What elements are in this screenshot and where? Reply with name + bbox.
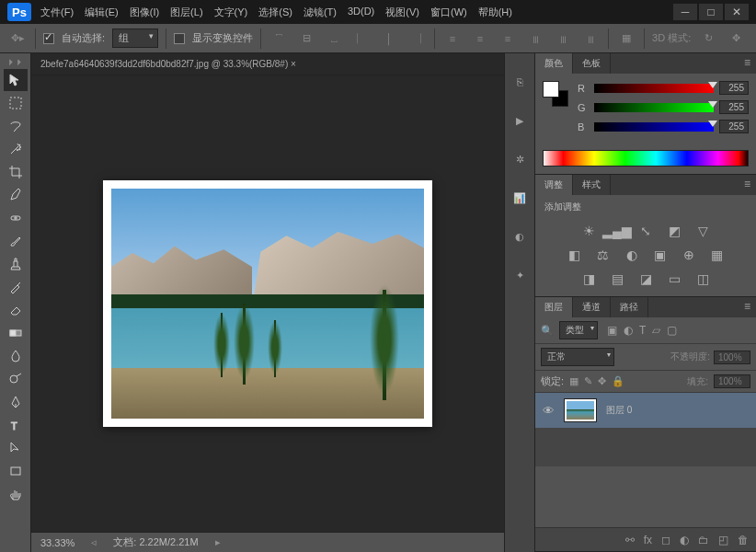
foreground-color-swatch[interactable]: [543, 81, 559, 98]
mode-3d-pan-icon[interactable]: ✥: [726, 29, 746, 49]
levels-icon[interactable]: ▂▄▆: [608, 223, 626, 239]
r-value-input[interactable]: 255: [719, 81, 749, 95]
layer-filter-kind-select[interactable]: 类型: [559, 321, 598, 339]
lasso-tool[interactable]: [4, 115, 28, 137]
eyedropper-tool[interactable]: [4, 184, 28, 206]
menu-help[interactable]: 帮助(H): [478, 6, 512, 19]
vibrance-icon[interactable]: ▽: [693, 223, 712, 239]
b-value-input[interactable]: 255: [719, 120, 749, 133]
rectangle-tool[interactable]: [4, 460, 28, 482]
curves-icon[interactable]: ⤡: [636, 223, 655, 239]
filter-adjustment-icon[interactable]: ◐: [624, 324, 633, 337]
document-canvas[interactable]: [103, 180, 432, 427]
menu-select[interactable]: 选择(S): [258, 6, 292, 19]
posterize-icon[interactable]: ▤: [608, 270, 626, 287]
type-tool[interactable]: T: [4, 414, 28, 436]
align-right-icon[interactable]: ⎹: [407, 29, 427, 49]
collapse-handle-icon[interactable]: ⏵⏵: [7, 57, 24, 66]
pen-tool[interactable]: [4, 391, 28, 413]
g-slider[interactable]: [594, 103, 714, 112]
layer-name-label[interactable]: 图层 0: [606, 404, 632, 417]
new-layer-icon[interactable]: ◰: [718, 534, 728, 546]
lock-all-icon[interactable]: 🔒: [612, 375, 624, 387]
show-transform-checkbox[interactable]: [174, 33, 185, 44]
color-balance-icon[interactable]: ⚖: [594, 247, 613, 263]
navigator-panel-icon[interactable]: ✲: [510, 149, 530, 169]
exposure-icon[interactable]: ◩: [665, 223, 683, 239]
invert-icon[interactable]: ◨: [579, 270, 598, 287]
mode-3d-rotate-icon[interactable]: ↻: [698, 29, 718, 49]
hue-saturation-icon[interactable]: ◧: [566, 247, 584, 263]
move-tool-preset-icon[interactable]: ✥▸: [7, 29, 28, 49]
lock-position-icon[interactable]: ✥: [598, 375, 606, 387]
new-fill-adjustment-icon[interactable]: ◐: [680, 534, 689, 546]
menu-layer[interactable]: 图层(L): [170, 6, 202, 19]
brightness-contrast-icon[interactable]: ☀: [579, 223, 598, 239]
align-hcenter-icon[interactable]: │: [379, 29, 399, 49]
zoom-level[interactable]: 33.33%: [40, 537, 74, 548]
lock-pixels-icon[interactable]: ✎: [584, 375, 592, 387]
auto-align-icon[interactable]: ▦: [616, 29, 636, 49]
window-close-button[interactable]: ✕: [725, 4, 749, 20]
distribute-hcenter-icon[interactable]: ⫼: [553, 29, 573, 49]
auto-select-target-select[interactable]: 组: [112, 29, 158, 48]
menu-view[interactable]: 视图(V): [385, 6, 419, 19]
gradient-map-icon[interactable]: ▭: [665, 270, 683, 287]
distribute-vcenter-icon[interactable]: ≡: [470, 29, 490, 49]
filter-shape-icon[interactable]: ▱: [652, 324, 660, 337]
r-slider[interactable]: [594, 84, 714, 93]
new-group-icon[interactable]: 🗀: [698, 534, 709, 546]
fill-input[interactable]: 100%: [714, 374, 750, 388]
brush-tool[interactable]: [4, 230, 28, 252]
magic-wand-tool[interactable]: [4, 138, 28, 160]
menu-file[interactable]: 文件(F): [40, 6, 74, 19]
color-lookup-icon[interactable]: ▦: [708, 247, 727, 263]
window-maximize-button[interactable]: □: [699, 4, 723, 20]
tab-color[interactable]: 颜色: [535, 53, 573, 74]
zoom-slider-icon[interactable]: ◃: [91, 536, 97, 548]
histogram-panel-icon[interactable]: 📊: [510, 188, 530, 208]
layer-thumbnail[interactable]: [564, 398, 597, 422]
history-panel-icon[interactable]: ⎘: [510, 72, 530, 92]
tab-channels[interactable]: 通道: [573, 297, 611, 317]
doc-size-info[interactable]: 文档: 2.22M/2.21M: [113, 535, 198, 549]
filter-search-icon[interactable]: 🔍: [541, 325, 554, 337]
layer-style-icon[interactable]: fx: [644, 534, 652, 546]
properties-panel-icon[interactable]: ◐: [510, 226, 530, 247]
actions-panel-icon[interactable]: ▶: [510, 110, 530, 131]
filter-smart-icon[interactable]: ▢: [667, 324, 677, 337]
layer-mask-icon[interactable]: ◻: [661, 534, 670, 546]
window-minimize-button[interactable]: ─: [673, 4, 697, 20]
eraser-tool[interactable]: [4, 299, 28, 321]
lock-transparency-icon[interactable]: ▦: [569, 375, 578, 387]
menu-image[interactable]: 图像(I): [130, 6, 159, 19]
filter-type-icon[interactable]: T: [639, 324, 646, 337]
align-bottom-icon[interactable]: ⎵: [324, 29, 344, 49]
tab-layers[interactable]: 图层: [535, 297, 573, 317]
tab-adjustments[interactable]: 调整: [535, 175, 573, 195]
align-left-icon[interactable]: ⎸: [351, 29, 372, 49]
marquee-tool[interactable]: [4, 92, 28, 114]
threshold-icon[interactable]: ◪: [636, 270, 655, 287]
menu-window[interactable]: 窗口(W): [430, 6, 467, 19]
distribute-right-icon[interactable]: ⫼: [580, 29, 601, 49]
menu-filter[interactable]: 滤镜(T): [304, 6, 337, 19]
clone-stamp-tool[interactable]: [4, 253, 28, 275]
black-white-icon[interactable]: ◐: [623, 247, 641, 263]
character-panel-icon[interactable]: ✦: [510, 265, 530, 285]
b-slider[interactable]: [594, 122, 714, 132]
opacity-input[interactable]: 100%: [714, 351, 750, 364]
info-chevron-icon[interactable]: ▸: [215, 536, 221, 548]
g-value-input[interactable]: 255: [719, 100, 749, 114]
blend-mode-select[interactable]: 正常: [541, 348, 614, 366]
tab-paths[interactable]: 路径: [611, 297, 648, 317]
menu-3d[interactable]: 3D(D): [348, 6, 374, 19]
crop-tool[interactable]: [4, 161, 28, 183]
align-vcenter-icon[interactable]: ⊟: [296, 29, 316, 49]
menu-edit[interactable]: 编辑(E): [85, 6, 119, 19]
delete-layer-icon[interactable]: 🗑: [738, 534, 749, 546]
gradient-tool[interactable]: [4, 322, 28, 344]
hand-tool[interactable]: [4, 483, 28, 505]
auto-select-checkbox[interactable]: [43, 33, 54, 44]
filter-pixel-icon[interactable]: ▣: [607, 324, 617, 337]
